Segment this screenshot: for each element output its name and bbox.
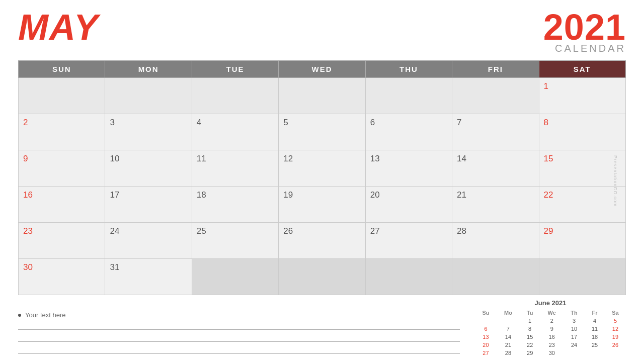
mini-cal-cell: 25 <box>585 341 605 349</box>
mini-cal-cell <box>475 317 497 325</box>
header: MAY 2021 CALENDAR <box>18 9 626 53</box>
main-calendar: SUN MON TUE WED THU FRI SAT 123456789101… <box>18 60 626 295</box>
cal-cell: 3 <box>105 114 192 150</box>
page: MAY 2021 CALENDAR SUN MON TUE WED THU FR… <box>0 0 644 362</box>
cal-cell: 10 <box>105 150 192 187</box>
header-thu: THU <box>365 61 452 78</box>
week-row-2: 9101112131415 <box>19 150 626 187</box>
mini-h-su: Su <box>475 309 497 317</box>
mini-cal-cell <box>585 349 605 357</box>
mini-week-row-3: 20212223242526 <box>475 341 626 349</box>
mini-cal-cell: 28 <box>497 349 520 357</box>
month-title: MAY <box>18 9 99 45</box>
mini-cal-cell: 29 <box>520 349 540 357</box>
cal-cell: 13 <box>365 150 452 187</box>
cal-cell: 19 <box>279 187 365 223</box>
cal-cell: 9 <box>19 150 105 187</box>
mini-cal-cell: 15 <box>520 333 540 341</box>
cal-cell <box>279 78 365 114</box>
mini-calendar-wrap: June 2021 Su Mo Tu We Th Fr Sa 123456789… <box>475 299 626 357</box>
cal-cell: 2 <box>19 114 105 150</box>
mini-cal-cell: 17 <box>564 333 585 341</box>
cal-cell: 26 <box>279 223 365 259</box>
mini-week-row-2: 13141516171819 <box>475 333 626 341</box>
mini-cal-cell: 11 <box>585 325 605 333</box>
mini-cal-cell: 13 <box>475 333 497 341</box>
header-sat: SAT <box>539 61 625 78</box>
mini-cal-cell: 3 <box>564 317 585 325</box>
mini-h-fr: Fr <box>585 309 605 317</box>
weekday-header-row: SUN MON TUE WED THU FRI SAT <box>19 61 626 78</box>
cal-cell: 6 <box>365 114 452 150</box>
mini-calendar-title: June 2021 <box>475 299 626 307</box>
cal-cell: 23 <box>19 223 105 259</box>
cal-cell <box>452 259 539 295</box>
mini-cal-cell: 5 <box>605 317 626 325</box>
cal-cell: 11 <box>192 150 278 187</box>
mini-cal-cell: 12 <box>605 325 626 333</box>
cal-cell: 30 <box>19 259 105 295</box>
mini-week-row-1: 6789101112 <box>475 325 626 333</box>
cal-cell <box>539 259 625 295</box>
mini-cal-cell: 19 <box>605 333 626 341</box>
cal-cell <box>192 78 278 114</box>
calendar-label: CALENDAR <box>543 43 626 53</box>
week-row-0: 1 <box>19 78 626 114</box>
mini-cal-cell: 27 <box>475 349 497 357</box>
cal-cell <box>192 259 278 295</box>
mini-header-row: Su Mo Tu We Th Fr Sa <box>475 309 626 317</box>
mini-h-tu: Tu <box>520 309 540 317</box>
mini-cal-cell: 7 <box>497 325 520 333</box>
week-row-1: 2345678 <box>19 114 626 150</box>
notes-line-1 <box>18 321 460 330</box>
header-fri: FRI <box>452 61 539 78</box>
week-row-4: 23242526272829 <box>19 223 626 259</box>
mini-cal-cell: 9 <box>540 325 564 333</box>
cal-cell: 29 <box>539 223 625 259</box>
mini-cal-cell: 18 <box>585 333 605 341</box>
mini-cal-cell: 1 <box>520 317 540 325</box>
cal-cell: 14 <box>452 150 539 187</box>
mini-h-sa: Sa <box>605 309 626 317</box>
cal-cell <box>365 78 452 114</box>
cal-cell: 20 <box>365 187 452 223</box>
mini-cal-cell: 22 <box>520 341 540 349</box>
cal-cell: 5 <box>279 114 365 150</box>
year-block: 2021 CALENDAR <box>543 9 626 53</box>
cal-cell: 7 <box>452 114 539 150</box>
mini-cal-cell <box>497 317 520 325</box>
mini-cal-cell: 24 <box>564 341 585 349</box>
header-tue: TUE <box>192 61 278 78</box>
mini-cal-cell <box>605 349 626 357</box>
notes-bullet: Your text here <box>18 311 460 319</box>
mini-h-mo: Mo <box>497 309 520 317</box>
cal-cell: 17 <box>105 187 192 223</box>
header-sun: SUN <box>19 61 105 78</box>
footer: Your text here June 2021 Su Mo Tu We Th … <box>18 299 626 357</box>
mini-cal-cell: 21 <box>497 341 520 349</box>
mini-cal-cell: 4 <box>585 317 605 325</box>
mini-cal-cell: 14 <box>497 333 520 341</box>
mini-cal-cell: 10 <box>564 325 585 333</box>
mini-cal-cell <box>564 349 585 357</box>
cal-cell: 27 <box>365 223 452 259</box>
notes-text: Your text here <box>25 311 65 319</box>
bullet-dot-icon <box>18 314 21 317</box>
cal-cell: 16 <box>19 187 105 223</box>
cal-cell <box>19 78 105 114</box>
cal-cell: 24 <box>105 223 192 259</box>
header-wed: WED <box>279 61 365 78</box>
cal-cell: 8 <box>539 114 625 150</box>
notes-line-3 <box>18 345 460 354</box>
cal-cell: 12 <box>279 150 365 187</box>
mini-cal-cell: 16 <box>540 333 564 341</box>
header-mon: MON <box>105 61 192 78</box>
week-row-5: 3031 <box>19 259 626 295</box>
cal-cell: 1 <box>539 78 625 114</box>
cal-cell: 21 <box>452 187 539 223</box>
cal-cell: 4 <box>192 114 278 150</box>
cal-cell: 25 <box>192 223 278 259</box>
cal-cell <box>105 78 192 114</box>
cal-cell: 18 <box>192 187 278 223</box>
cal-cell <box>452 78 539 114</box>
